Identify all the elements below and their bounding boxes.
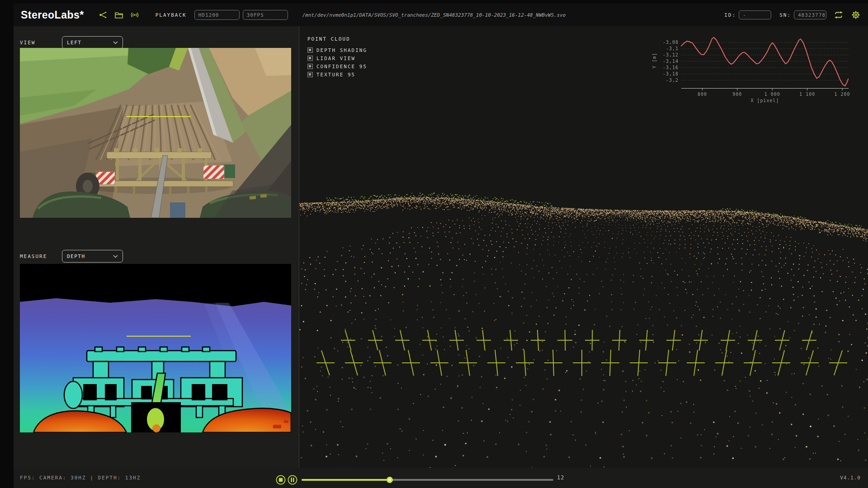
slider-progress <box>302 479 390 481</box>
camera-view-image <box>20 48 291 218</box>
share-icon[interactable] <box>99 11 108 19</box>
playback-label: PLAYBACK <box>156 12 187 18</box>
svg-text:1 000: 1 000 <box>764 92 780 97</box>
stop-button[interactable] <box>276 475 286 485</box>
view-dropdown-value: LEFT <box>67 40 82 46</box>
slider-knob[interactable] <box>387 477 393 483</box>
checkbox-icon[interactable] <box>307 47 313 53</box>
top-bar-right: ID: - SN: 48323778 <box>724 10 861 19</box>
svg-text:-3,1: -3,1 <box>666 46 679 51</box>
top-bar: StereoLabs* PLAYBACK HD1200 30FPS /mnt/ <box>14 4 868 26</box>
app-logo: StereoLabs* <box>21 9 84 21</box>
checkbox-icon[interactable] <box>307 64 313 69</box>
point-cloud-panel: POINT CLOUD DEPTH SHADING LIDAR VIEW CON… <box>299 26 868 468</box>
svg-text:-3,14: -3,14 <box>663 59 679 64</box>
svg-text:1 100: 1 100 <box>799 92 815 97</box>
sn-label: SN: <box>779 12 791 18</box>
svg-text:-3,2: -3,2 <box>666 78 679 83</box>
frame-number: 12 <box>557 468 564 488</box>
measure-label: MEASURE <box>20 253 62 259</box>
view-dropdown[interactable]: LEFT <box>62 36 123 49</box>
panel-divider <box>299 26 299 468</box>
fps-status: FPS: CAMERA: 30HZ | DEPTH: 13HZ <box>20 468 141 488</box>
svg-text:-3,18: -3,18 <box>663 71 679 76</box>
id-input[interactable]: - <box>739 10 771 19</box>
option-texture[interactable]: TEXTURE 95 <box>307 72 367 77</box>
svg-text:800: 800 <box>698 92 707 97</box>
id-label: ID: <box>724 12 736 18</box>
measure-dropdown[interactable]: DEPTH <box>62 250 123 263</box>
app-version: V4.1.0 <box>840 468 861 488</box>
checkbox-icon[interactable] <box>307 56 313 61</box>
open-folder-icon[interactable] <box>114 11 123 19</box>
broadcast-icon[interactable] <box>130 11 139 19</box>
depth-view-image <box>20 264 291 432</box>
svg-text:X [pixel]: X [pixel] <box>750 98 779 103</box>
top-toolbar <box>99 11 139 19</box>
option-depth-shading[interactable]: DEPTH SHADING <box>307 47 367 53</box>
point-cloud-title: POINT CLOUD <box>307 36 367 42</box>
checkbox-icon[interactable] <box>307 72 313 77</box>
measure-dropdown-value: DEPTH <box>67 253 85 259</box>
svg-text:-3,12: -3,12 <box>663 52 679 57</box>
view-row: VIEW LEFT <box>20 36 123 49</box>
option-confidence[interactable]: CONFIDENCE 95 <box>307 64 367 69</box>
chevron-down-icon <box>113 41 118 44</box>
bottom-bar: FPS: CAMERA: 30HZ | DEPTH: 13HZ 12 V4.1.… <box>14 468 868 488</box>
loop-icon[interactable] <box>834 10 844 19</box>
playback-slider[interactable] <box>302 475 553 485</box>
svg-text:Y [m]: Y [m] <box>652 52 657 68</box>
svg-text:900: 900 <box>732 92 742 97</box>
framerate-input[interactable]: 30FPS <box>243 10 288 20</box>
svg-text:-3,08: -3,08 <box>663 40 679 45</box>
svg-text:1 200: 1 200 <box>835 92 850 97</box>
svg-text:-3,16: -3,16 <box>663 65 679 70</box>
left-panel: VIEW LEFT <box>14 26 299 468</box>
view-label: VIEW <box>20 40 62 46</box>
pause-button[interactable] <box>288 475 297 485</box>
resolution-input[interactable]: HD1200 <box>194 10 240 20</box>
option-lidar-view[interactable]: LIDAR VIEW <box>307 56 367 61</box>
settings-gear-icon[interactable] <box>851 10 861 19</box>
measure-row: MEASURE DEPTH <box>20 250 123 263</box>
svo-file-path: /mnt/dev/nvme0n1p1/DATA/SVOS/SVO_tranche… <box>302 12 566 18</box>
chevron-down-icon <box>113 255 118 258</box>
depth-profile-chart: -3,08-3,1-3,12-3,14-3,16-3,18-3,28009001… <box>651 32 868 108</box>
point-cloud-options: POINT CLOUD DEPTH SHADING LIDAR VIEW CON… <box>307 36 367 80</box>
sn-input[interactable]: 48323778 <box>794 10 826 19</box>
